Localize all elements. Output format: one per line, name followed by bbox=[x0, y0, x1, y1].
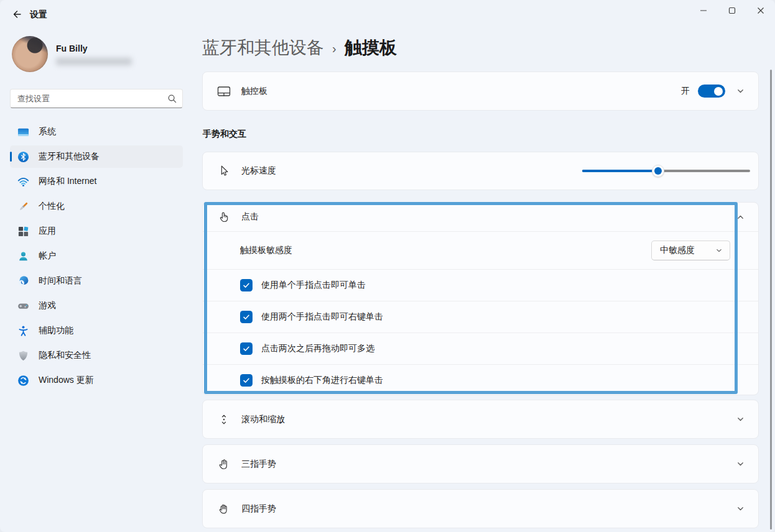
sidebar-item-apps[interactable]: 应用 bbox=[10, 220, 183, 242]
tap-option-label: 使用两个手指点击即可右键单击 bbox=[261, 311, 383, 323]
three-finger-expander[interactable] bbox=[736, 460, 745, 469]
toggle-knob bbox=[714, 87, 723, 96]
tap-option-row: 按触摸板的右下角进行右键单击 bbox=[203, 365, 758, 396]
scroll-zoom-card: 滚动和缩放 bbox=[202, 400, 759, 439]
tap-option-row: 使用单个手指点击即可单击 bbox=[203, 270, 758, 301]
search-input[interactable] bbox=[11, 89, 182, 108]
three-finger-gesture-icon bbox=[216, 457, 231, 472]
back-arrow-icon bbox=[12, 9, 22, 19]
sidebar: Fu Billy 系统 蓝牙和其他设备 网络和 Internet bbox=[0, 29, 193, 394]
four-finger-card: 四指手势 bbox=[202, 489, 759, 528]
chevron-down-icon bbox=[715, 247, 723, 254]
three-finger-card: 三指手势 bbox=[202, 444, 759, 484]
sidebar-item-windows-update[interactable]: Windows 更新 bbox=[10, 369, 183, 392]
checkbox-double-tap-drag[interactable] bbox=[240, 342, 253, 355]
tap-option-row: 使用两个手指点击即可右键单击 bbox=[203, 301, 758, 332]
sidebar-item-time-language[interactable]: 时间和语言 bbox=[10, 270, 183, 292]
cursor-speed-slider[interactable] bbox=[582, 170, 750, 172]
back-button[interactable] bbox=[6, 5, 27, 24]
check-icon bbox=[242, 313, 251, 321]
scroll-zoom-expander[interactable] bbox=[736, 415, 745, 424]
touchpad-toggle[interactable] bbox=[698, 85, 725, 98]
sidebar-item-label: 时间和语言 bbox=[39, 275, 82, 287]
scroll-zoom-header[interactable]: 滚动和缩放 bbox=[203, 400, 758, 438]
chevron-down-icon bbox=[736, 460, 745, 468]
sidebar-item-gaming[interactable]: 游戏 bbox=[10, 295, 183, 317]
sidebar-item-accounts[interactable]: 帐户 bbox=[10, 245, 183, 267]
chevron-down-icon bbox=[736, 415, 745, 423]
touchpad-label: 触控板 bbox=[241, 86, 267, 97]
scroll-zoom-label: 滚动和缩放 bbox=[241, 414, 285, 425]
checkbox-right-corner-click[interactable] bbox=[240, 374, 253, 387]
sidebar-item-bluetooth-devices[interactable]: 蓝牙和其他设备 bbox=[10, 145, 183, 168]
three-finger-label: 三指手势 bbox=[241, 459, 276, 470]
breadcrumb-separator-icon: › bbox=[332, 40, 336, 56]
sidebar-item-personalization[interactable]: 个性化 bbox=[10, 195, 183, 218]
sensitivity-row: 触摸板敏感度 中敏感度 bbox=[203, 232, 758, 269]
vertical-scrollbar[interactable] bbox=[770, 70, 772, 530]
touchpad-icon bbox=[216, 84, 231, 99]
network-icon bbox=[17, 176, 29, 188]
taps-header[interactable]: 点击 bbox=[203, 203, 758, 231]
sidebar-item-label: 隐私和安全性 bbox=[39, 350, 91, 361]
user-name: Fu Billy bbox=[56, 44, 132, 53]
taps-collapse-button[interactable] bbox=[736, 213, 745, 221]
search-box bbox=[10, 89, 183, 108]
chevron-down-icon bbox=[736, 87, 745, 95]
three-finger-header[interactable]: 三指手势 bbox=[203, 445, 758, 483]
sensitivity-label: 触摸板敏感度 bbox=[240, 245, 292, 256]
sidebar-item-network[interactable]: 网络和 Internet bbox=[10, 170, 183, 193]
touchpad-expander[interactable] bbox=[736, 87, 745, 96]
windows-update-icon bbox=[17, 375, 29, 387]
sidebar-item-system[interactable]: 系统 bbox=[10, 121, 183, 143]
dropdown-chevron bbox=[715, 246, 723, 255]
cursor-icon bbox=[216, 163, 231, 178]
sensitivity-value: 中敏感度 bbox=[660, 245, 695, 256]
tap-option-label: 点击两次之后再拖动即可多选 bbox=[261, 343, 374, 354]
breadcrumb-parent[interactable]: 蓝牙和其他设备 bbox=[202, 36, 324, 60]
cursor-speed-label: 光标速度 bbox=[241, 165, 276, 177]
checkbox-single-finger-tap[interactable] bbox=[240, 279, 253, 291]
touchpad-toggle-card: 触控板 开 bbox=[202, 71, 759, 111]
sidebar-item-privacy-security[interactable]: 隐私和安全性 bbox=[10, 344, 183, 367]
taps-card: 点击 触摸板敏感度 中敏感度 使用单个手指点击即可单击 bbox=[202, 202, 759, 395]
scroll-gesture-icon bbox=[216, 412, 231, 427]
four-finger-expander[interactable] bbox=[736, 505, 745, 513]
page-title: 触摸板 bbox=[345, 36, 397, 60]
accessibility-icon bbox=[17, 325, 29, 337]
tap-option-label: 按触摸板的右下角进行右键单击 bbox=[261, 375, 383, 386]
sidebar-item-accessibility[interactable]: 辅助功能 bbox=[10, 319, 183, 342]
four-finger-gesture-icon bbox=[216, 502, 231, 516]
sidebar-nav: 系统 蓝牙和其他设备 网络和 Internet 个性化 应用 帐户 bbox=[0, 121, 193, 392]
accounts-icon bbox=[17, 250, 29, 262]
sidebar-item-label: 蓝牙和其他设备 bbox=[39, 151, 100, 162]
sensitivity-dropdown[interactable]: 中敏感度 bbox=[651, 241, 730, 260]
user-email-redacted bbox=[56, 58, 132, 65]
toggle-state-label: 开 bbox=[681, 86, 690, 97]
cursor-speed-fill bbox=[582, 170, 658, 172]
avatar bbox=[12, 36, 48, 72]
sidebar-item-label: 帐户 bbox=[39, 250, 56, 262]
system-icon bbox=[17, 126, 29, 138]
personalization-icon bbox=[17, 201, 29, 213]
taps-title: 点击 bbox=[241, 211, 259, 222]
settings-window: 设置 Fu Billy 系统 蓝牙和其他设备 bbox=[0, 0, 775, 532]
four-finger-header[interactable]: 四指手势 bbox=[203, 490, 758, 528]
time-language-icon bbox=[17, 275, 29, 287]
sidebar-item-label: 网络和 Internet bbox=[39, 176, 96, 187]
user-profile[interactable]: Fu Billy bbox=[12, 36, 193, 72]
breadcrumb: 蓝牙和其他设备 › 触摸板 bbox=[202, 36, 397, 60]
check-icon bbox=[242, 281, 251, 290]
check-icon bbox=[242, 376, 251, 385]
sidebar-item-label: 系统 bbox=[39, 126, 56, 137]
cursor-speed-thumb[interactable] bbox=[652, 165, 664, 177]
apps-icon bbox=[17, 226, 29, 237]
bluetooth-icon bbox=[17, 151, 29, 163]
chevron-down-icon bbox=[736, 505, 745, 513]
chevron-up-icon bbox=[736, 213, 745, 221]
sidebar-item-label: Windows 更新 bbox=[39, 375, 94, 386]
app-title: 设置 bbox=[30, 9, 47, 21]
checkbox-two-finger-tap[interactable] bbox=[240, 311, 253, 323]
tap-gesture-icon bbox=[216, 209, 231, 224]
cursor-speed-card: 光标速度 bbox=[202, 152, 759, 190]
